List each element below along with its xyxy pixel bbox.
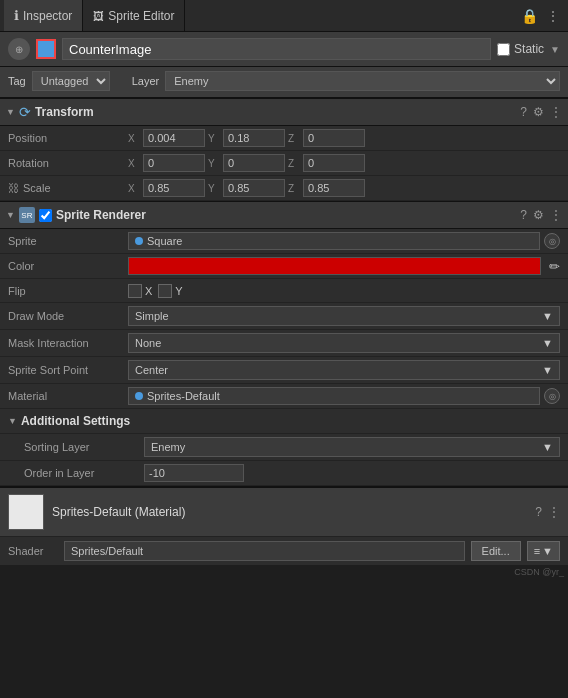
position-x-input[interactable] bbox=[143, 129, 205, 147]
shader-row: Shader Sprites/Default Edit... ≡ ▼ bbox=[0, 537, 568, 565]
static-label: Static bbox=[514, 42, 544, 56]
tag-label: Tag bbox=[8, 75, 26, 87]
position-y-input[interactable] bbox=[223, 129, 285, 147]
rot-y-label: Y bbox=[208, 158, 220, 169]
scale-y-input[interactable] bbox=[223, 179, 285, 197]
draw-mode-value: Simple Sliced Tiled ▼ bbox=[128, 306, 560, 326]
color-swatch[interactable] bbox=[128, 257, 541, 275]
flip-value-container: X Y bbox=[128, 284, 560, 298]
scale-label: ⛓Scale bbox=[8, 182, 128, 194]
sprite-editor-tab-label: Sprite Editor bbox=[108, 9, 174, 23]
position-values: X Y Z bbox=[128, 129, 560, 147]
sorting-layer-dropdown[interactable]: Enemy Default ▼ bbox=[144, 437, 560, 457]
header-actions: 🔒 ⋮ bbox=[521, 8, 564, 24]
draw-mode-dropdown[interactable]: Simple Sliced Tiled ▼ bbox=[128, 306, 560, 326]
layer-select[interactable]: Enemy bbox=[165, 71, 560, 91]
additional-settings-chevron: ▼ bbox=[8, 416, 17, 426]
sprite-sort-point-row: Sprite Sort Point Center Pivot ▼ bbox=[0, 357, 568, 384]
object-header: ⊕ Static ▼ bbox=[0, 32, 568, 67]
sorting-layer-value: Enemy Default ▼ bbox=[144, 437, 560, 457]
sprite-renderer-enable-checkbox[interactable] bbox=[39, 209, 52, 222]
flip-x-button[interactable]: X bbox=[128, 284, 152, 298]
static-toggle[interactable]: Static bbox=[497, 42, 544, 56]
sprite-sort-point-label: Sprite Sort Point bbox=[8, 364, 128, 376]
mask-interaction-select[interactable]: None Visible Inside Mask Visible Outside… bbox=[135, 337, 542, 349]
rotation-x-input[interactable] bbox=[143, 154, 205, 172]
material-value-container: Sprites-Default ◎ bbox=[128, 387, 560, 405]
material-value-box[interactable]: Sprites-Default bbox=[128, 387, 540, 405]
draw-mode-chevron: ▼ bbox=[542, 310, 553, 322]
sprite-renderer-header-actions: ? ⚙ ⋮ bbox=[520, 208, 562, 222]
rotation-label: Rotation bbox=[8, 157, 128, 169]
tab-inspector[interactable]: ℹ Inspector bbox=[4, 0, 83, 31]
material-help-icon[interactable]: ? bbox=[535, 505, 542, 519]
sprite-dot-icon bbox=[135, 237, 143, 245]
menu-icon[interactable]: ⋮ bbox=[546, 8, 560, 24]
sprite-sort-point-dropdown[interactable]: Center Pivot ▼ bbox=[128, 360, 560, 380]
sprite-renderer-help-icon[interactable]: ? bbox=[520, 208, 527, 222]
pos-z-label: Z bbox=[288, 133, 300, 144]
draw-mode-select[interactable]: Simple Sliced Tiled bbox=[135, 310, 542, 322]
order-in-layer-label: Order in Layer bbox=[24, 467, 144, 479]
layer-label: Layer bbox=[132, 75, 160, 87]
tab-sprite-editor[interactable]: 🖼 Sprite Editor bbox=[83, 0, 185, 31]
scale-row: ⛓Scale X Y Z bbox=[0, 176, 568, 201]
edit-shader-button[interactable]: Edit... bbox=[471, 541, 521, 561]
mask-interaction-chevron: ▼ bbox=[542, 337, 553, 349]
object-name-input[interactable] bbox=[62, 38, 491, 60]
rot-z-label: Z bbox=[288, 158, 300, 169]
color-value-container: ✏ bbox=[128, 257, 560, 275]
mask-interaction-row: Mask Interaction None Visible Inside Mas… bbox=[0, 330, 568, 357]
shader-select[interactable]: Sprites/Default bbox=[71, 545, 458, 557]
transform-menu-icon[interactable]: ⋮ bbox=[550, 105, 562, 119]
mask-interaction-label: Mask Interaction bbox=[8, 337, 128, 349]
sprite-row: Sprite Square ◎ bbox=[0, 229, 568, 254]
tag-select[interactable]: Untagged bbox=[32, 71, 110, 91]
transform-help-icon[interactable]: ? bbox=[520, 105, 527, 119]
material-pick-button[interactable]: ◎ bbox=[544, 388, 560, 404]
flip-x-checkbox[interactable] bbox=[128, 284, 142, 298]
sprite-renderer-settings-icon[interactable]: ⚙ bbox=[533, 208, 544, 222]
sprite-pick-button[interactable]: ◎ bbox=[544, 233, 560, 249]
flip-y-button[interactable]: Y bbox=[158, 284, 182, 298]
flip-row: Flip X Y bbox=[0, 279, 568, 303]
order-in-layer-value bbox=[144, 464, 560, 482]
rotation-z-input[interactable] bbox=[303, 154, 365, 172]
transform-settings-icon[interactable]: ⚙ bbox=[533, 105, 544, 119]
sprite-value-box[interactable]: Square bbox=[128, 232, 540, 250]
order-in-layer-row: Order in Layer bbox=[0, 461, 568, 486]
shader-dropdown[interactable]: Sprites/Default bbox=[64, 541, 465, 561]
draw-mode-row: Draw Mode Simple Sliced Tiled ▼ bbox=[0, 303, 568, 330]
object-type-icon: ⊕ bbox=[8, 38, 30, 60]
material-section: Sprites-Default (Material) ? ⋮ Shader Sp… bbox=[0, 486, 568, 565]
object-color-swatch[interactable] bbox=[36, 39, 56, 59]
sprite-sort-point-value: Center Pivot ▼ bbox=[128, 360, 560, 380]
flip-x-label: X bbox=[145, 285, 152, 297]
flip-y-label: Y bbox=[175, 285, 182, 297]
rot-x-label: X bbox=[128, 158, 140, 169]
scale-link-icon: ⛓ bbox=[8, 182, 19, 194]
static-checkbox[interactable] bbox=[497, 43, 510, 56]
material-menu-icon[interactable]: ⋮ bbox=[548, 505, 560, 519]
sorting-layer-select[interactable]: Enemy Default bbox=[151, 441, 542, 453]
additional-settings-header[interactable]: ▼ Additional Settings bbox=[0, 409, 568, 434]
order-in-layer-input[interactable] bbox=[144, 464, 244, 482]
mask-interaction-dropdown[interactable]: None Visible Inside Mask Visible Outside… bbox=[128, 333, 560, 353]
transform-section-header[interactable]: ▼ ⟳ Transform ? ⚙ ⋮ bbox=[0, 98, 568, 126]
material-label: Material bbox=[8, 390, 128, 402]
sprite-renderer-menu-icon[interactable]: ⋮ bbox=[550, 208, 562, 222]
position-z-input[interactable] bbox=[303, 129, 365, 147]
sprite-label: Sprite bbox=[8, 235, 128, 247]
scale-z-input[interactable] bbox=[303, 179, 365, 197]
sprite-sort-point-select[interactable]: Center Pivot bbox=[135, 364, 542, 376]
list-button[interactable]: ≡ ▼ bbox=[527, 541, 560, 561]
transform-section-icon: ⟳ bbox=[19, 104, 31, 120]
sprite-renderer-section-header[interactable]: ▼ SR Sprite Renderer ? ⚙ ⋮ bbox=[0, 201, 568, 229]
lock-icon[interactable]: 🔒 bbox=[521, 8, 538, 24]
sprite-value-text: Square bbox=[147, 235, 182, 247]
rotation-y-input[interactable] bbox=[223, 154, 285, 172]
flip-y-checkbox[interactable] bbox=[158, 284, 172, 298]
static-dropdown-arrow[interactable]: ▼ bbox=[550, 44, 560, 55]
scale-x-input[interactable] bbox=[143, 179, 205, 197]
eyedropper-icon[interactable]: ✏ bbox=[549, 259, 560, 274]
